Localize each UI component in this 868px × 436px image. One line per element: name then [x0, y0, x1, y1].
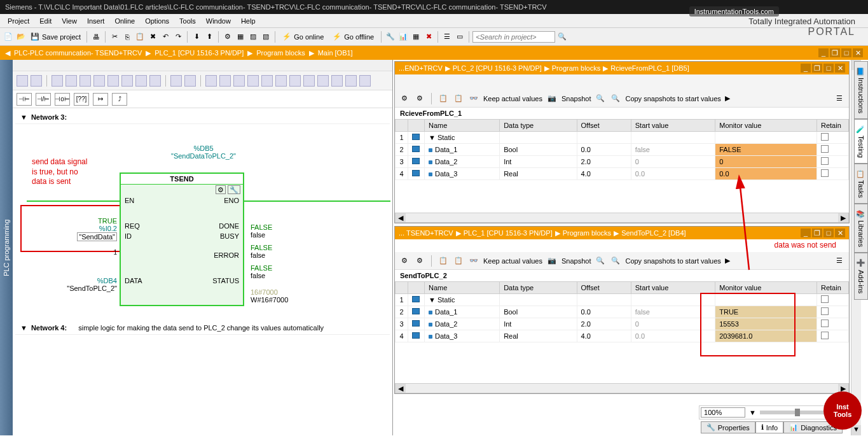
et-icon[interactable]: [135, 75, 147, 87]
more-icon[interactable]: ▶: [725, 257, 730, 265]
table-row[interactable]: 1▼ Static: [396, 132, 849, 144]
more-icon[interactable]: ▶: [725, 94, 730, 102]
scrollbar-bot[interactable]: ◀ ▶: [395, 383, 849, 393]
collapse-icon[interactable]: ▼: [20, 113, 27, 121]
network3-header[interactable]: ▼ Network 3:: [15, 111, 390, 124]
et-icon[interactable]: [331, 75, 343, 87]
dbt-icon[interactable]: 🔍: [595, 255, 606, 267]
zoom-select[interactable]: 100%: [701, 407, 745, 418]
tsend-block[interactable]: TSEND ⚙ 🔧 ENENO REQDONE IDBUSY ERROR DAT…: [120, 172, 244, 306]
et-icon[interactable]: [359, 75, 371, 87]
dbt-icon[interactable]: ⚙: [414, 93, 425, 104]
et-icon[interactable]: [303, 75, 315, 87]
menu-online[interactable]: Online: [109, 16, 140, 26]
db-bc-item[interactable]: ... TSEND+TRCV: [399, 229, 453, 237]
db-bc-item[interactable]: Program blocks: [552, 64, 600, 72]
et-icon[interactable]: [170, 75, 182, 87]
block-icon-2[interactable]: 🔧: [228, 185, 240, 194]
et-icon[interactable]: [233, 75, 245, 87]
col-datatype[interactable]: Data type: [500, 282, 577, 294]
win-close-icon[interactable]: ✕: [835, 64, 845, 73]
dbt-icon[interactable]: ⚙: [399, 255, 410, 267]
tb-icon-8[interactable]: ☰: [441, 31, 453, 43]
et-icon[interactable]: [79, 75, 91, 87]
db-bc-item[interactable]: ...END+TRCV: [399, 64, 443, 72]
col-startvalue[interactable]: Start value: [631, 282, 715, 294]
bc-close-icon[interactable]: ✕: [853, 48, 863, 57]
dbt-icon[interactable]: 🔍: [610, 93, 621, 104]
menu-help[interactable]: Help: [236, 16, 261, 26]
search-button-icon[interactable]: 🔍: [556, 31, 568, 43]
dbt-icon[interactable]: 📋: [437, 255, 449, 267]
et-icon[interactable]: [93, 75, 105, 87]
dbt-icon[interactable]: 📷: [546, 93, 558, 104]
copy-snapshot-button[interactable]: Copy snapshots to start values: [625, 257, 720, 265]
scrollbar-top[interactable]: ◀ ▶: [395, 213, 849, 223]
rtab-testing[interactable]: 🧪Testing: [854, 119, 868, 164]
block-icon-1[interactable]: ⚙: [216, 185, 226, 194]
et-icon[interactable]: [205, 75, 217, 87]
et-icon[interactable]: [65, 75, 77, 87]
tab-properties[interactable]: 🔧Properties: [701, 421, 755, 433]
et-icon[interactable]: [149, 75, 161, 87]
dbt-icon[interactable]: ☰: [834, 93, 845, 104]
et-icon[interactable]: [17, 75, 28, 87]
table-row[interactable]: 3Data_2Int2.000: [396, 156, 849, 168]
col-name[interactable]: Name: [425, 120, 500, 132]
menu-options[interactable]: Options: [140, 16, 174, 26]
win-min-icon[interactable]: _: [801, 229, 811, 237]
menu-window[interactable]: Window: [201, 16, 236, 26]
db-bc-item[interactable]: PLC_2 [CPU 1516-3 PN/DP]: [453, 64, 542, 72]
go-online-button[interactable]: ⚡ Go online: [279, 31, 327, 42]
rtab-instructions[interactable]: 📘Instructions: [854, 61, 868, 119]
dbt-icon[interactable]: 👓: [468, 93, 479, 104]
copy-icon[interactable]: ⎘: [121, 31, 133, 43]
bc-maximize-icon[interactable]: □: [841, 48, 851, 57]
snapshot-button[interactable]: Snapshot: [561, 257, 591, 265]
table-row[interactable]: 2Data_1Bool0.0falseTRUE: [396, 306, 849, 318]
tb-icon-6[interactable]: ▦: [410, 31, 422, 43]
col-monitor[interactable]: Monitor value: [715, 282, 817, 294]
col-retain[interactable]: Retain: [817, 282, 849, 294]
col-startvalue[interactable]: Start value: [631, 120, 715, 132]
save-project-button[interactable]: 💾 Save project: [28, 32, 83, 41]
col-offset[interactable]: Offset: [577, 120, 631, 132]
tb-icon-9[interactable]: ▭: [454, 31, 465, 43]
table-row[interactable]: 2Data_1Bool0.0falseFALSE: [396, 144, 849, 156]
col-retain[interactable]: Retain: [817, 120, 849, 132]
et-icon[interactable]: [345, 75, 357, 87]
dbt-icon[interactable]: 📋: [453, 255, 464, 267]
win-max-icon[interactable]: □: [823, 64, 834, 73]
compile-icon[interactable]: ⚙: [222, 31, 233, 43]
lad-contact-icon[interactable]: ⊣⊢: [17, 93, 32, 106]
bc-plc[interactable]: PLC_1 [CPU 1516-3 PN/DP]: [155, 49, 244, 57]
tb-icon-7[interactable]: ✖: [423, 31, 434, 43]
dbt-icon[interactable]: 👓: [468, 255, 479, 267]
col-datatype[interactable]: Data type: [500, 120, 577, 132]
et-icon[interactable]: [31, 75, 42, 87]
win-min-icon[interactable]: _: [801, 64, 811, 73]
et-icon[interactable]: [247, 75, 259, 87]
et-icon[interactable]: [261, 75, 273, 87]
col-name[interactable]: Name: [425, 282, 500, 294]
lad-coil-icon[interactable]: ⊣o⊢: [55, 93, 70, 106]
dbt-icon[interactable]: 📷: [546, 255, 558, 267]
zoom-slider[interactable]: [760, 411, 830, 414]
req-name[interactable]: "SendData": [77, 232, 117, 241]
dbt-icon[interactable]: 🔍: [610, 255, 621, 267]
win-close-icon[interactable]: ✕: [835, 229, 845, 237]
lad-ncontact-icon[interactable]: ⊣/⊢: [36, 93, 51, 106]
menu-edit[interactable]: Edit: [34, 16, 57, 26]
dbt-icon[interactable]: ⚙: [414, 255, 425, 267]
db-bc-item[interactable]: Program blocks: [563, 229, 611, 237]
cut-icon[interactable]: ✂: [109, 31, 120, 43]
delete-icon[interactable]: ✖: [147, 31, 158, 43]
dbt-icon[interactable]: ☰: [834, 255, 845, 267]
bc-arrow-icon[interactable]: ◀: [5, 49, 10, 57]
paste-icon[interactable]: 📋: [134, 31, 146, 43]
download-icon[interactable]: ⬇: [191, 31, 202, 43]
menu-tools[interactable]: Tools: [174, 16, 201, 26]
lad-branch-icon[interactable]: ↦: [93, 93, 108, 106]
search-input[interactable]: [472, 31, 555, 43]
table-row[interactable]: 1▼ Static: [396, 294, 849, 306]
